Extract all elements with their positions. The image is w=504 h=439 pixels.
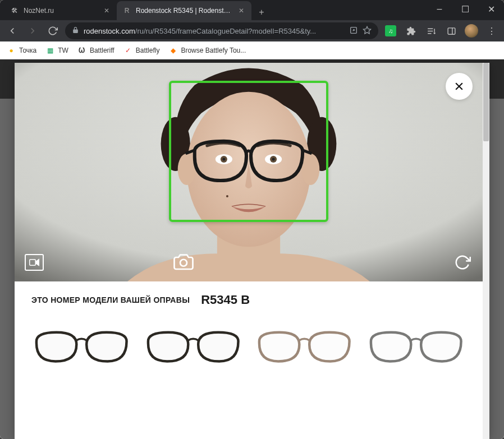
extension-music[interactable]: ♫ — [383, 23, 398, 39]
titlebar: 🛠 NozNet.ru ✕ R Rodenstock R5345 | Roden… — [0, 0, 504, 20]
extensions-button[interactable] — [403, 23, 419, 39]
modal-content: ЭТО НОМЕР МОДЕЛИ ВАШЕЙ ОПРАВЫ R5345 B — [15, 63, 483, 439]
side-panel-icon[interactable] — [443, 23, 459, 39]
variant-3[interactable] — [254, 324, 355, 369]
tab-rodenstock[interactable]: R Rodenstock R5345 | Rodenstock ✕ — [117, 1, 251, 20]
bookmarks-bar: ●Точка ▦TW ѠBattleriff ✓Battlefly ◆Brows… — [0, 41, 504, 59]
bookmark-battlefy[interactable]: ◆Browse Battlefy Tou... — [168, 46, 246, 55]
bookmark-tochka[interactable]: ●Точка — [7, 46, 36, 55]
svg-marker-28 — [36, 260, 39, 266]
profile-avatar[interactable] — [464, 23, 479, 39]
bookmark-battleriff[interactable]: ѠBattleriff — [77, 46, 114, 55]
model-info-row: ЭТО НОМЕР МОДЕЛИ ВАШЕЙ ОПРАВЫ R5345 B — [15, 281, 483, 318]
svg-point-2 — [434, 33, 435, 34]
face-detection-frame — [169, 81, 328, 222]
maximize-button[interactable]: ☐ — [452, 0, 478, 18]
model-label: ЭТО НОМЕР МОДЕЛИ ВАШЕЙ ОПРАВЫ — [31, 295, 190, 304]
tab-title: NozNet.ru — [24, 7, 98, 15]
address-bar[interactable]: rodenstock.com/ru/ru/R5345/frameCatalogu… — [65, 22, 378, 39]
model-number: R5345 B — [201, 293, 250, 307]
tab-close-icon[interactable]: ✕ — [237, 6, 246, 15]
variant-2[interactable] — [143, 324, 244, 369]
forward-button[interactable] — [25, 23, 40, 39]
page-viewport: RODENSTOCK — [0, 59, 504, 439]
favicon-rodenstock: R — [122, 6, 131, 15]
refresh-button[interactable] — [452, 252, 473, 272]
tryon-modal: ЭТО НОМЕР МОДЕЛИ ВАШЕЙ ОПРАВЫ R5345 B — [15, 63, 489, 439]
window-controls: – ☐ ✕ — [427, 0, 504, 18]
svg-rect-27 — [30, 260, 36, 266]
minimize-button[interactable]: – — [427, 0, 452, 18]
modal-scrollbar[interactable] — [483, 63, 489, 439]
star-icon[interactable] — [363, 26, 372, 36]
reload-button[interactable] — [45, 23, 61, 39]
scrollbar-thumb[interactable] — [483, 63, 489, 141]
camera-button[interactable] — [173, 252, 194, 272]
new-tab-button[interactable]: + — [254, 4, 269, 20]
svg-point-29 — [180, 260, 187, 266]
frame-variants — [15, 318, 483, 369]
tab-title: Rodenstock R5345 | Rodenstock — [136, 7, 232, 15]
virtual-tryon-viewport — [15, 63, 483, 281]
bookmark-battlefly[interactable]: ✓Battlefly — [123, 46, 160, 55]
tab-close-icon[interactable]: ✕ — [102, 6, 111, 15]
svg-rect-3 — [448, 27, 455, 34]
window-close-button[interactable]: ✕ — [478, 0, 504, 18]
video-button[interactable] — [25, 254, 44, 271]
lock-icon — [72, 26, 79, 35]
share-icon[interactable] — [349, 26, 358, 36]
toolbar: rodenstock.com/ru/ru/R5345/frameCatalogu… — [0, 20, 504, 41]
variant-1[interactable] — [31, 324, 132, 369]
tab-strip: 🛠 NozNet.ru ✕ R Rodenstock R5345 | Roden… — [0, 1, 427, 20]
browser-window: 🛠 NozNet.ru ✕ R Rodenstock R5345 | Roden… — [0, 0, 504, 439]
favicon-noznet: 🛠 — [10, 6, 19, 15]
svg-marker-1 — [363, 26, 370, 34]
reading-list-icon[interactable] — [423, 23, 439, 39]
variant-4[interactable] — [366, 324, 466, 369]
bookmark-tw[interactable]: ▦TW — [45, 46, 68, 55]
tab-noznet[interactable]: 🛠 NozNet.ru ✕ — [4, 1, 117, 20]
close-button[interactable] — [446, 73, 473, 100]
menu-button[interactable]: ⋮ — [484, 23, 500, 39]
tryon-controls — [15, 250, 483, 275]
back-button[interactable] — [4, 23, 20, 39]
url-text: rodenstock.com/ru/ru/R5345/frameCatalogu… — [84, 27, 345, 35]
